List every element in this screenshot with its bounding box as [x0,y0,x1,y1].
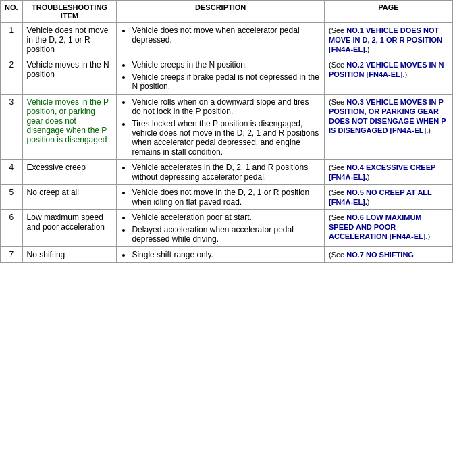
row-description: Vehicle creeps in the N position.Vehicle… [117,57,325,95]
row-number: 6 [1,210,23,247]
description-item: Vehicle does not move when accelerator p… [132,26,320,45]
row-page: (See NO.6 LOW MAXIMUM SPEED AND POOR ACC… [325,210,453,247]
page-reference[interactable]: NO.2 VEHICLE MOVES IN N POSITION [FN4A-E… [329,61,444,78]
description-item: Tires locked when the P position is dise… [132,119,320,157]
row-description: Vehicle rolls when on a downward slope a… [117,95,325,160]
description-item: Vehicle does not move in the D, 2, 1 or … [132,188,320,207]
description-item: Vehicle rolls when on a downward slope a… [132,97,320,116]
header-page: PAGE [325,1,453,23]
header-no: No. [1,1,23,23]
header-description: DESCRIPTION [117,1,325,23]
row-item: No creep at all [22,185,117,210]
row-number: 7 [1,247,23,263]
description-item: Delayed acceleration when accelerator pe… [132,225,320,244]
description-item: Vehicle creeps if brake pedal is not dep… [132,72,320,91]
page-reference[interactable]: NO.1 VEHICLE DOES NOT MOVE IN D, 2, 1 OR… [329,26,442,53]
row-item: Excessive creep [22,160,117,185]
row-item: No shifting [22,247,117,263]
page-reference[interactable]: NO.7 NO SHIFTING [346,250,414,259]
row-item: Vehicle does not move in the D, 2, 1 or … [22,23,117,57]
row-number: 5 [1,185,23,210]
row-number: 1 [1,23,23,57]
description-item: Vehicle acceleration poor at start. [132,213,320,222]
row-page: (See NO.1 VEHICLE DOES NOT MOVE IN D, 2,… [325,23,453,57]
description-item: Vehicle creeps in the N position. [132,60,320,70]
row-page: (See NO.5 NO CREEP AT ALL [FN4A-EL].) [325,185,453,210]
table-row: 3Vehicle moves in the P position, or par… [1,95,453,160]
table-row: 4Excessive creepVehicle accelerates in t… [1,160,453,185]
row-number: 2 [1,57,23,95]
troubleshooting-table: No. TROUBLESHOOTING ITEM DESCRIPTION PAG… [0,0,453,263]
row-description: Vehicle does not move in the D, 2, 1 or … [117,185,325,210]
row-number: 3 [1,95,23,160]
row-item: Low maximum speed and poor acceleration [22,210,117,247]
table-row: 2Vehicle moves in the N positionVehicle … [1,57,453,95]
row-description: Vehicle accelerates in the D, 2, 1 and R… [117,160,325,185]
row-page: (See NO.3 VEHICLE MOVES IN P POSITION, O… [325,95,453,160]
row-page: (See NO.7 NO SHIFTING [325,247,453,263]
row-number: 4 [1,160,23,185]
row-description: Single shift range only. [117,247,325,263]
table-row: 1Vehicle does not move in the D, 2, 1 or… [1,23,453,57]
table-row: 5No creep at allVehicle does not move in… [1,185,453,210]
table-row: 6Low maximum speed and poor acceleration… [1,210,453,247]
header-item: TROUBLESHOOTING ITEM [22,1,117,23]
row-description: Vehicle acceleration poor at start.Delay… [117,210,325,247]
row-item: Vehicle moves in the P position, or park… [22,95,117,160]
row-page: (See NO.2 VEHICLE MOVES IN N POSITION [F… [325,57,453,95]
description-item: Vehicle accelerates in the D, 2, 1 and R… [132,163,320,182]
description-item: Single shift range only. [132,250,320,259]
row-item: Vehicle moves in the N position [22,57,117,95]
table-row: 7No shiftingSingle shift range only.(See… [1,247,453,263]
row-page: (See NO.4 EXCESSIVE CREEP [FN4A-EL].) [325,160,453,185]
row-description: Vehicle does not move when accelerator p… [117,23,325,57]
